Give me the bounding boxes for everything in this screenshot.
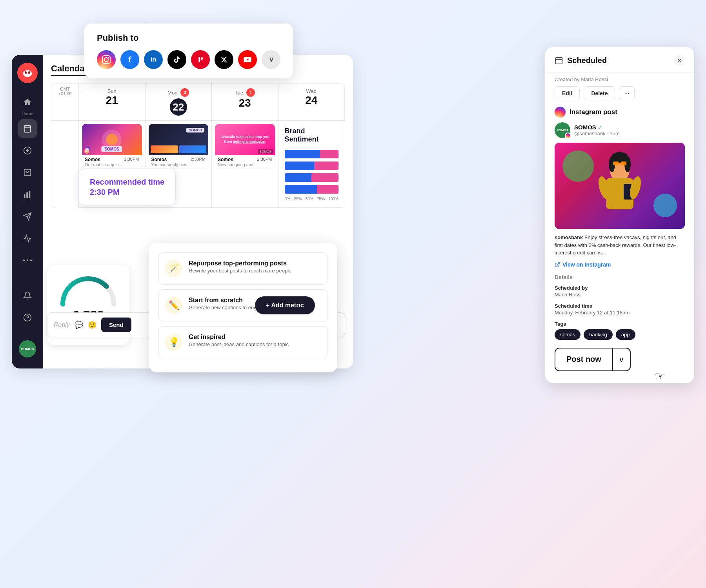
sidebar-avatar[interactable]: SOMOS <box>19 340 36 358</box>
sidebar-campaigns-item[interactable] <box>18 207 37 226</box>
sidebar-home-label: Home <box>22 111 33 116</box>
post-card-mon[interactable]: SOMOS Somos 2:30PM You can apply now... <box>149 124 209 169</box>
more-options-button[interactable]: ··· <box>619 86 634 100</box>
social-icons-row: f in P ∨ <box>97 50 280 69</box>
scheduled-title: Scheduled <box>567 56 607 65</box>
scheduled-panel: Scheduled ✕ Created by Maria Rossi Edit … <box>545 47 694 383</box>
hootsuite-logo[interactable] <box>17 63 38 83</box>
ig-account-info: SOMOS ✓ @somosbank · 15m <box>574 124 620 136</box>
inspired-content: Get inspired Generate post ideas and cap… <box>189 334 289 347</box>
post-card-tue[interactable]: Avocado toast can't stop you from gettin… <box>215 124 275 169</box>
sidebar-create-item[interactable] <box>18 141 37 160</box>
add-metric-area: + Add metric <box>255 290 315 314</box>
scratch-icon: ✏️ <box>165 297 182 314</box>
view-on-instagram-link[interactable]: View on Instagram <box>555 261 685 268</box>
recommended-time-text: Recommended time 2:30 PM <box>90 177 164 197</box>
repurpose-content: Repurpose top-performing posts Rewrite y… <box>189 260 291 274</box>
post-text-sun: Our mobile app is... <box>85 162 139 167</box>
recommended-time-value: 2:30 PM <box>90 188 120 196</box>
publish-title: Publish to <box>97 33 280 43</box>
scheduled-time-row: Scheduled time Monday, February 12 at 11… <box>555 303 685 316</box>
scheduled-time-label: Scheduled time <box>555 303 685 309</box>
sidebar-calendar-item[interactable] <box>18 119 37 138</box>
recommended-line1: Recommended time <box>90 178 164 186</box>
tue-badge: 1 <box>246 88 255 97</box>
sidebar-inbox-item[interactable] <box>18 163 37 182</box>
ig-post-header: Instagram post <box>555 107 685 118</box>
sentiment-bar-2 <box>285 162 339 170</box>
post-text-mon: You can apply now... <box>151 162 206 167</box>
add-metric-button[interactable]: + Add metric <box>255 296 315 314</box>
close-button[interactable]: ✕ <box>674 55 685 66</box>
gmt-body <box>51 121 79 208</box>
post-now-button[interactable]: Post now <box>555 348 613 371</box>
emoji-icon[interactable]: 🙂 <box>88 321 96 329</box>
svg-rect-39 <box>556 58 562 64</box>
sidebar-home-item[interactable]: Home <box>18 93 37 116</box>
tag-app: app <box>616 329 635 340</box>
day-name-mon: Mon <box>167 90 177 96</box>
message-icon[interactable]: 💬 <box>75 321 83 329</box>
svg-rect-0 <box>102 56 110 64</box>
sidebar-help-item[interactable] <box>18 308 37 327</box>
post-card-info-tue: Somos 2:30PM New chequing acc... <box>215 155 275 169</box>
details-section: Details Scheduled by Maria Rossi Schedul… <box>545 274 694 383</box>
view-instagram-text: View on Instagram <box>562 261 611 268</box>
calendar-icon <box>555 56 563 65</box>
svg-rect-8 <box>26 70 27 72</box>
inspired-icon: 💡 <box>165 334 182 351</box>
tag-banking: banking <box>584 329 613 340</box>
send-button[interactable]: Send <box>101 318 131 332</box>
x-icon[interactable] <box>215 50 233 69</box>
facebook-icon[interactable]: f <box>120 50 139 69</box>
avatar-initials: SOMOS <box>21 347 34 351</box>
scheduled-by-label: Scheduled by <box>555 285 685 291</box>
svg-point-6 <box>25 71 26 73</box>
post-card-info-mon: Somos 2:30PM You can apply now... <box>149 155 209 169</box>
delete-button[interactable]: Delete <box>584 86 615 100</box>
sidebar-reports-item[interactable] <box>18 229 37 248</box>
tags-label: Tags <box>555 321 685 327</box>
inspired-title: Get inspired <box>189 334 289 341</box>
post-now-section: Post now ∨ ☞ <box>555 348 685 371</box>
publish-panel: Publish to f in P ∨ <box>84 24 293 78</box>
ig-avatar-platform-badge <box>565 132 571 139</box>
svg-point-20 <box>23 260 25 261</box>
col-header-sun: Sun 21 <box>79 83 146 121</box>
teal-decoration <box>653 194 677 217</box>
instagram-icon[interactable] <box>97 50 116 69</box>
ig-post-image <box>555 143 685 229</box>
sentiment-bar-4 <box>285 185 339 194</box>
svg-point-22 <box>30 260 32 261</box>
post-card-sun[interactable]: SOMOS Somos 2:30PM Our mobile app is... <box>82 124 142 169</box>
youtube-icon[interactable] <box>238 50 257 69</box>
svg-rect-17 <box>24 194 25 198</box>
calendar-cell-tue: Avocado toast can't stop you from gettin… <box>212 121 278 208</box>
sidebar-more-item[interactable] <box>18 251 37 270</box>
post-time-sun: 2:30PM <box>124 157 139 162</box>
calendar-cell-wed: Brand Sentiment <box>278 121 345 208</box>
brand-sentiment-widget: Brand Sentiment <box>282 124 342 204</box>
col-header-tue: Tue 1 23 <box>212 83 278 121</box>
tiktok-icon[interactable] <box>167 50 186 69</box>
edit-button[interactable]: Edit <box>555 86 580 100</box>
pinterest-icon[interactable]: P <box>191 50 210 69</box>
linkedin-icon[interactable]: in <box>144 50 163 69</box>
action-buttons: Edit Delete ··· <box>545 86 694 107</box>
sidebar-analytics-item[interactable] <box>18 185 37 204</box>
post-title-tue: Somos <box>218 157 233 162</box>
sidebar-notifications-item[interactable] <box>18 286 37 305</box>
svg-rect-18 <box>26 192 28 198</box>
repurpose-desc: Rewrite your best posts to reach more pe… <box>189 268 291 274</box>
verified-icon: ✓ <box>598 124 602 131</box>
repurpose-tool-item[interactable]: 🪄 Repurpose top-performing posts Rewrite… <box>158 252 328 285</box>
calendar-title: Calendar <box>51 64 88 76</box>
post-now-dropdown-button[interactable]: ∨ <box>613 348 631 371</box>
post-time-mon: 2:30PM <box>191 157 206 162</box>
more-platforms-icon[interactable]: ∨ <box>262 50 280 69</box>
gauge-chart <box>57 273 120 308</box>
svg-point-1 <box>104 58 108 62</box>
sentiment-title: Brand Sentiment <box>285 127 339 143</box>
post-title-sun: Somos <box>85 157 100 162</box>
inspired-tool-item[interactable]: 💡 Get inspired Generate post ideas and c… <box>158 326 328 358</box>
